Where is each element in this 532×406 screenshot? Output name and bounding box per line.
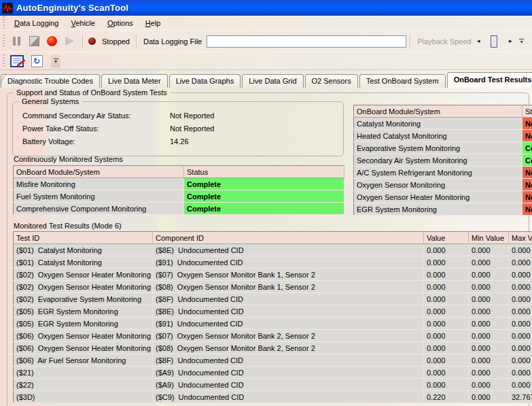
app-icon[interactable] xyxy=(2,2,14,14)
table-row[interactable]: ($06) Oxygen Sensor Heater Monitoring ($… xyxy=(14,330,532,342)
component-id-cell: ($07) Oxygen Sensor Monitor Bank 2, Sens… xyxy=(153,330,424,342)
status-cell: Complete xyxy=(184,203,344,215)
tab[interactable]: O2 Sensors xyxy=(305,74,358,88)
table-row[interactable]: ($02) Evaporative System Monitoring ($8F… xyxy=(14,293,532,305)
tab[interactable]: OnBoard Test Results xyxy=(447,72,532,88)
table-row[interactable]: ($01) Catalyst Monitoring ($91) Undocume… xyxy=(14,256,532,269)
status-cell: Not Complete xyxy=(522,191,532,203)
test-id-cell: ($02) Evaporative System Monitoring xyxy=(14,293,153,305)
max-value-cell: 0.000 xyxy=(509,330,532,342)
refresh-icon: ↻ xyxy=(31,55,43,67)
table-row[interactable]: Comprehensive Component Monitoring Compl… xyxy=(14,203,344,215)
max-value-cell: 0.000 xyxy=(509,281,532,293)
slider-left-arrow-icon[interactable]: ◂ xyxy=(476,35,482,47)
playback-speed-slider[interactable]: ◂ ▸ xyxy=(476,35,514,48)
pause-button[interactable] xyxy=(8,33,24,50)
toolbar-grip-handle[interactable] xyxy=(3,35,5,48)
tab[interactable]: Test OnBoard System xyxy=(359,74,446,88)
table-row[interactable]: Fuel System Monitoring Complete xyxy=(14,190,344,203)
secondary-toolbar: ↻ ▾ xyxy=(0,52,532,70)
table-row[interactable]: Misfire Monitoring Complete xyxy=(14,178,344,190)
play-icon xyxy=(65,37,74,46)
table-row[interactable]: Oxygen Sensor Monitoring Not Complete xyxy=(354,179,532,191)
module-cell: Misfire Monitoring xyxy=(14,178,184,190)
table-row[interactable]: ($06) Air Fuel Sensor Monitoring ($8F) U… xyxy=(14,354,532,367)
general-field-row: Power Take-Off Status: Not Reported xyxy=(22,122,335,135)
menu-item-label: Options xyxy=(107,19,133,27)
table-row[interactable]: ($21) ($A9) Undocumented CID 0.000 0.000… xyxy=(14,367,532,379)
menu-item[interactable]: Vehicle xyxy=(65,17,101,29)
table-row[interactable]: EGR System Monitoring Not Complete xyxy=(354,203,532,216)
logging-setup-button[interactable] xyxy=(8,53,26,69)
data-logging-toolbar: Stopped Data Logging File Playback Speed… xyxy=(0,31,532,52)
component-id-cell: ($08) Oxygen Sensor Monitor Bank 2, Sens… xyxy=(153,342,424,354)
tab[interactable]: Live Data Meter xyxy=(101,74,168,88)
menu-item[interactable]: Help xyxy=(139,17,167,29)
tab-label: OnBoard Test Results xyxy=(454,75,532,84)
chevron-down-icon: ▾ xyxy=(54,59,57,64)
menubar-grip-handle[interactable] xyxy=(3,16,5,30)
menu-item[interactable]: Options xyxy=(101,17,139,29)
table-row[interactable]: Oxygen Sensor Heater Monitoring Not Comp… xyxy=(354,191,532,203)
play-button[interactable] xyxy=(61,33,77,50)
module-cell: Comprehensive Component Monitoring xyxy=(14,203,184,215)
module-cell: Evaporative System Monitoring xyxy=(354,142,522,154)
stop-icon xyxy=(29,36,39,46)
table-header-row: Test ID Component ID Value Min Value Max… xyxy=(14,232,532,244)
component-id-cell: ($91) Undocumented CID xyxy=(153,256,424,269)
data-logging-file-input[interactable] xyxy=(207,35,406,48)
stop-button[interactable] xyxy=(26,33,42,50)
toolbar-overflow-button[interactable]: ▾ xyxy=(517,34,527,49)
record-icon xyxy=(47,36,57,46)
tab-label: Live Data Graphs xyxy=(176,77,234,85)
table-row[interactable]: ($06) Oxygen Sensor Heater Monitoring ($… xyxy=(14,342,532,354)
general-field-value: Not Reported xyxy=(170,112,214,120)
general-field-value: 14.26 xyxy=(170,137,189,146)
table-row[interactable]: A/C System Refrigerant Monitoring Not Co… xyxy=(354,167,532,179)
table-row[interactable]: ($05) EGR System Monitoring ($8E) Undocu… xyxy=(14,305,532,318)
tab[interactable]: Diagnostic Trouble Codes xyxy=(1,74,100,88)
module-cell: Secondary Air System Monitoring xyxy=(354,154,522,167)
tab-bar: Diagnostic Trouble Codes Live Data Meter… xyxy=(0,70,532,88)
menu-item-label: Data Logging xyxy=(14,19,58,27)
test-id-cell: ($01) Catalyst Monitoring xyxy=(14,256,153,269)
table-row[interactable]: ($3D) ($C9) Undocumented CID 0.220 0.000… xyxy=(14,391,532,403)
slider-track[interactable] xyxy=(482,35,508,48)
title-bar[interactable]: AutoEnginuity's ScanTool xyxy=(0,0,532,16)
table-row[interactable]: ($02) Oxygen Sensor Heater Monitoring ($… xyxy=(14,269,532,281)
min-value-cell: 0.000 xyxy=(469,269,509,281)
record-button[interactable] xyxy=(43,33,60,50)
test-id-cell: ($06) Oxygen Sensor Heater Monitoring xyxy=(14,342,153,354)
general-field-row: Battery Voltage: 14.26 xyxy=(22,135,335,148)
table-row[interactable]: Heated Catalyst Monitoring Not Complete xyxy=(354,130,532,142)
value-cell: 0.000 xyxy=(424,318,469,330)
test-id-cell: ($06) Air Fuel Sensor Monitoring xyxy=(14,354,153,367)
record-status-icon xyxy=(88,37,96,45)
tab-label: Test OnBoard System xyxy=(366,77,439,85)
column-header-min-value: Min Value xyxy=(469,232,509,244)
table-row[interactable]: ($22) ($A9) Undocumented CID 0.000 0.000… xyxy=(14,379,532,391)
slider-right-arrow-icon[interactable]: ▸ xyxy=(508,35,514,47)
general-field-label: Power Take-Off Status: xyxy=(22,124,170,133)
table-row[interactable]: ($01) Catalyst Monitoring ($8E) Undocume… xyxy=(14,244,532,256)
max-value-cell: 0.000 xyxy=(509,269,532,281)
table-row[interactable]: Catalyst Monitoring Not Complete xyxy=(354,118,532,130)
slider-thumb[interactable] xyxy=(491,35,497,48)
tab[interactable]: Live Data Graphs xyxy=(169,74,241,88)
toolbar-grip-handle[interactable] xyxy=(3,54,5,68)
menu-bar: Data Logging Vehicle Options Help xyxy=(0,16,532,31)
table-row[interactable]: Evaporative System Monitoring Complete xyxy=(354,142,532,154)
table-row[interactable]: ($05) EGR System Monitoring ($91) Undocu… xyxy=(14,318,532,330)
mode6-section-label: Monitored Test Results (Mode 6) xyxy=(14,222,122,230)
value-cell: 0.000 xyxy=(424,305,469,318)
table-row[interactable]: ($02) Oxygen Sensor Heater Monitoring ($… xyxy=(14,281,532,293)
column-header-max-value: Max Value xyxy=(509,232,532,244)
tab-label: Live Data Grid xyxy=(249,77,296,85)
table-row[interactable]: Secondary Air System Monitoring Complete xyxy=(354,154,532,167)
refresh-button[interactable]: ↻ xyxy=(28,53,46,69)
window-title: AutoEnginuity's ScanTool xyxy=(16,3,128,13)
tab-label: Diagnostic Trouble Codes xyxy=(7,77,93,85)
tab[interactable]: Live Data Grid xyxy=(242,74,303,88)
toolbar2-overflow-button[interactable]: ▾ xyxy=(51,54,60,68)
menu-item[interactable]: Data Logging xyxy=(8,17,65,29)
